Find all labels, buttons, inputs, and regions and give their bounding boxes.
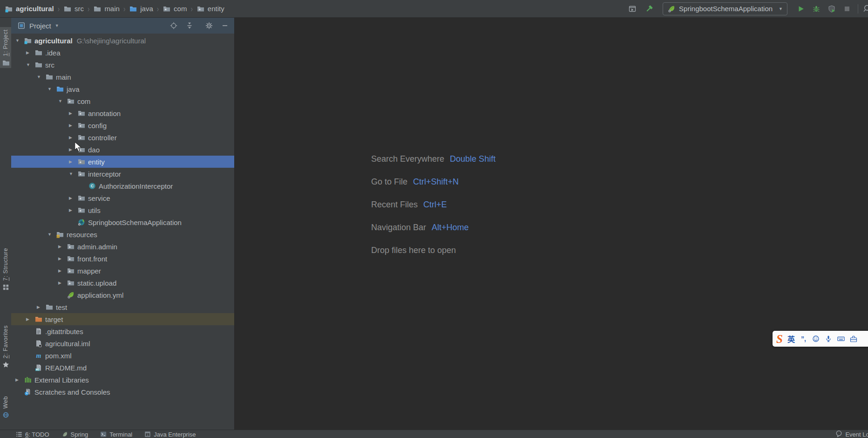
- tree-toggle-expanded-icon[interactable]: ▼: [47, 87, 56, 91]
- tree-toggle-collapsed-icon[interactable]: ▶: [26, 50, 34, 55]
- stripe-button-label: 7: Structure: [2, 248, 9, 281]
- keyboard-icon[interactable]: [837, 335, 845, 343]
- tree-item-resources[interactable]: ▼resources: [11, 228, 234, 240]
- tree-item-.gitattributes[interactable]: .gitattributes: [11, 325, 234, 337]
- shortcut-action-label: Recent Files: [371, 200, 418, 210]
- tree-item-External-Libraries[interactable]: ▶External Libraries: [11, 374, 234, 386]
- tree-item-service[interactable]: ▶service: [11, 192, 234, 204]
- tree-item-mapper[interactable]: ▶mapper: [11, 265, 234, 277]
- project-tool-window: Project ▼ ▼agriculturalG:\shejiing\agric…: [11, 18, 235, 430]
- tree-item-entity[interactable]: ▶entity: [11, 156, 234, 168]
- tree-toggle-expanded-icon[interactable]: ▼: [37, 75, 45, 79]
- statusbar-button-spring[interactable]: Spring: [61, 431, 88, 438]
- text-file-icon: [34, 328, 42, 335]
- tree-item-src[interactable]: ▼src: [11, 59, 234, 71]
- breadcrumb-item-agricultural[interactable]: agricultural: [5, 5, 54, 13]
- tree-item-README.md[interactable]: MDREADME.md: [11, 362, 234, 374]
- package-icon: [77, 122, 85, 129]
- search-icon[interactable]: [863, 5, 868, 13]
- tree-toggle-collapsed-icon[interactable]: ▶: [69, 159, 77, 164]
- statusbar-button-java-enterprise[interactable]: Java Enterprise: [144, 431, 196, 438]
- package-icon: [197, 5, 205, 13]
- shortcut-keys: Double Shift: [450, 154, 495, 164]
- tree-item-config[interactable]: ▶config: [11, 119, 234, 131]
- mic-icon[interactable]: [825, 335, 833, 343]
- breadcrumb-label: java: [140, 5, 153, 13]
- tree-item-agricultural.iml[interactable]: agricultural.iml: [11, 337, 234, 349]
- collapse-all-icon[interactable]: [185, 22, 193, 30]
- sogou-logo[interactable]: S: [776, 333, 783, 345]
- tree-toggle-collapsed-icon[interactable]: ▶: [58, 256, 67, 261]
- breadcrumb-item-main[interactable]: main: [93, 5, 120, 13]
- chevron-down-icon[interactable]: ▼: [55, 23, 59, 28]
- tree-item-front.front[interactable]: ▶front.front: [11, 253, 234, 265]
- tree-item-application.yml[interactable]: application.yml: [11, 289, 234, 301]
- run-configuration-select[interactable]: SpringbootSchemaApplication ▼: [663, 2, 787, 15]
- tree-toggle-collapsed-icon[interactable]: ▶: [69, 123, 77, 128]
- tree-toggle-collapsed-icon[interactable]: ▶: [15, 377, 24, 382]
- tree-toggle-collapsed-icon[interactable]: ▶: [58, 281, 67, 285]
- stripe-button-web[interactable]: Web: [0, 396, 11, 418]
- tree-item-SpringbootSchemaApplication[interactable]: SpringbootSchemaApplication: [11, 216, 234, 228]
- punctuation-icon[interactable]: ”,: [800, 335, 807, 343]
- emoji-icon[interactable]: [812, 335, 820, 343]
- run-window-icon[interactable]: [628, 5, 637, 13]
- project-panel-title[interactable]: Project: [29, 22, 51, 30]
- tree-item-agricultural[interactable]: ▼agriculturalG:\shejiing\agricultural: [11, 34, 234, 47]
- tree-toggle-collapsed-icon[interactable]: ▶: [37, 305, 45, 309]
- tree-item-test[interactable]: ▶test: [11, 301, 234, 313]
- tree-toggle-expanded-icon[interactable]: ▼: [26, 62, 34, 67]
- structure-icon: [2, 284, 9, 291]
- tree-item-label: java: [67, 85, 80, 93]
- tree-toggle-expanded-icon[interactable]: ▼: [47, 232, 56, 237]
- tree-toggle-collapsed-icon[interactable]: ▶: [69, 196, 77, 200]
- tree-item-controller[interactable]: ▶controller: [11, 131, 234, 144]
- tree-item-.idea[interactable]: ▶.idea: [11, 47, 234, 59]
- tree-item-annotation[interactable]: ▶annotation: [11, 107, 234, 119]
- statusbar-button-terminal[interactable]: Terminal: [100, 431, 132, 438]
- tree-item-dao[interactable]: ▶dao: [11, 144, 234, 156]
- statusbar-button--todo[interactable]: 6: TODO: [16, 431, 49, 438]
- tree-item-main[interactable]: ▼main: [11, 71, 234, 83]
- tree-item-utils[interactable]: ▶utils: [11, 204, 234, 216]
- ime-language-mode[interactable]: 英: [787, 333, 795, 344]
- coverage-icon[interactable]: [827, 5, 836, 13]
- stop-icon[interactable]: [843, 5, 851, 13]
- tree-toggle-expanded-icon[interactable]: ▼: [58, 99, 67, 103]
- tree-item-java[interactable]: ▼java: [11, 83, 234, 95]
- tree-toggle-collapsed-icon[interactable]: ▶: [69, 208, 77, 212]
- tree-toggle-collapsed-icon[interactable]: ▶: [58, 268, 67, 273]
- stripe-button--structure[interactable]: 7: Structure: [0, 248, 11, 291]
- tree-toggle-collapsed-icon[interactable]: ▶: [69, 111, 77, 116]
- run-icon[interactable]: [797, 5, 805, 13]
- tree-item-pom.xml[interactable]: mpom.xml: [11, 349, 234, 362]
- tree-toggle-expanded-icon[interactable]: ▼: [15, 38, 24, 43]
- debug-icon[interactable]: [812, 5, 821, 13]
- stripe-button--project[interactable]: 1: Project: [0, 27, 11, 68]
- tree-toggle-expanded-icon[interactable]: ▼: [69, 171, 77, 176]
- tree-item-admin.admin[interactable]: ▶admin.admin: [11, 240, 234, 253]
- event-log-button[interactable]: Event Log: [835, 430, 868, 438]
- tree-toggle-collapsed-icon[interactable]: ▶: [26, 317, 34, 322]
- tree-toggle-collapsed-icon[interactable]: ▶: [69, 135, 77, 140]
- stripe-button--favorites[interactable]: 2: Favorites: [0, 325, 11, 368]
- tree-item-target[interactable]: ▶target: [11, 313, 234, 325]
- tree-item-com[interactable]: ▼com: [11, 95, 234, 107]
- locate-icon[interactable]: [170, 22, 177, 30]
- breadcrumb-item-com[interactable]: com: [163, 5, 187, 13]
- breadcrumb-item-entity[interactable]: entity: [197, 5, 224, 13]
- tree-item-interceptor[interactable]: ▼interceptor: [11, 168, 234, 180]
- tree-toggle-collapsed-icon[interactable]: ▶: [58, 244, 67, 249]
- breadcrumb-item-java[interactable]: java: [129, 5, 153, 13]
- toolbox-icon[interactable]: [850, 335, 858, 343]
- breadcrumb-item-src[interactable]: src: [63, 5, 84, 13]
- build-hammer-icon[interactable]: [645, 5, 653, 13]
- hide-icon[interactable]: [221, 22, 229, 30]
- settings-icon[interactable]: [205, 22, 213, 30]
- input-method-bar[interactable]: S 英 ”,: [773, 331, 868, 347]
- breadcrumb-label: entity: [208, 5, 224, 13]
- tree-item-label: front.front: [77, 255, 107, 263]
- tree-item-Scratches-and-Consoles[interactable]: Scratches and Consoles: [11, 386, 234, 398]
- tree-item-static.upload[interactable]: ▶static.upload: [11, 277, 234, 289]
- tree-item-AuthorizationInterceptor[interactable]: CAuthorizationInterceptor: [11, 180, 234, 192]
